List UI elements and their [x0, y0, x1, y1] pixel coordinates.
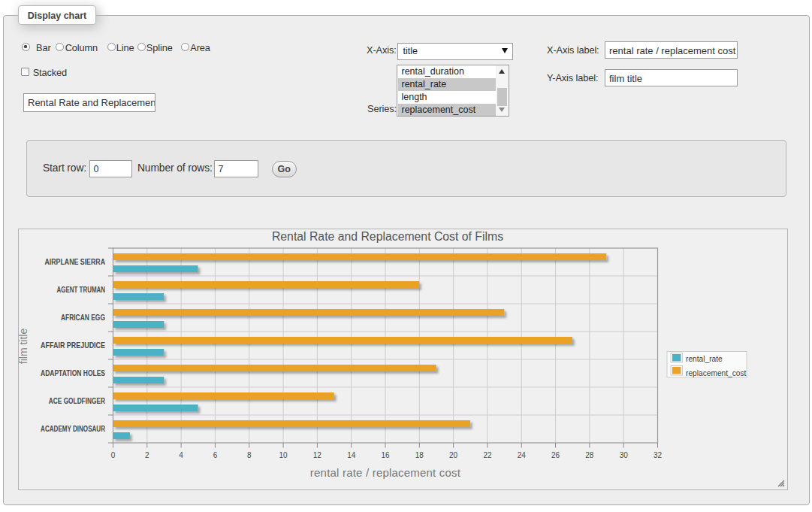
svg-text:18: 18 — [415, 451, 424, 459]
svg-text:20: 20 — [449, 451, 458, 459]
svg-text:AFRICAN EGG: AFRICAN EGG — [61, 314, 105, 322]
svg-text:ACE GOLDFINGER: ACE GOLDFINGER — [49, 397, 106, 405]
svg-text:8: 8 — [247, 451, 252, 459]
svg-text:0: 0 — [111, 451, 116, 459]
svg-text:14: 14 — [347, 451, 356, 459]
svg-text:28: 28 — [585, 451, 594, 459]
svg-text:10: 10 — [279, 451, 288, 459]
svg-text:AFFAIR PREJUDICE: AFFAIR PREJUDICE — [41, 341, 105, 350]
svg-text:rental rate / replacement cost: rental rate / replacement cost — [310, 466, 461, 479]
svg-text:24: 24 — [518, 451, 527, 459]
svg-text:12: 12 — [313, 451, 322, 459]
svg-text:ADAPTATION HOLES: ADAPTATION HOLES — [41, 369, 105, 377]
svg-text:Rental Rate and Replacement Co: Rental Rate and Replacement Cost of Film… — [272, 230, 503, 243]
svg-text:AGENT TRUMAN: AGENT TRUMAN — [57, 286, 105, 294]
svg-text:2: 2 — [145, 451, 149, 459]
svg-text:30: 30 — [620, 451, 629, 459]
svg-text:film title: film title — [17, 329, 29, 365]
svg-text:32: 32 — [654, 451, 663, 459]
svg-text:6: 6 — [213, 451, 218, 459]
svg-text:rental_rate: rental_rate — [686, 355, 723, 363]
svg-text:ACADEMY DINOSAUR: ACADEMY DINOSAUR — [41, 425, 105, 433]
svg-text:4: 4 — [179, 451, 183, 459]
svg-text:replacement_cost: replacement_cost — [686, 369, 747, 377]
svg-text:22: 22 — [483, 451, 492, 459]
svg-text:AIRPLANE SIERRA: AIRPLANE SIERRA — [45, 258, 106, 266]
svg-text:16: 16 — [381, 451, 390, 459]
svg-text:26: 26 — [551, 451, 560, 459]
